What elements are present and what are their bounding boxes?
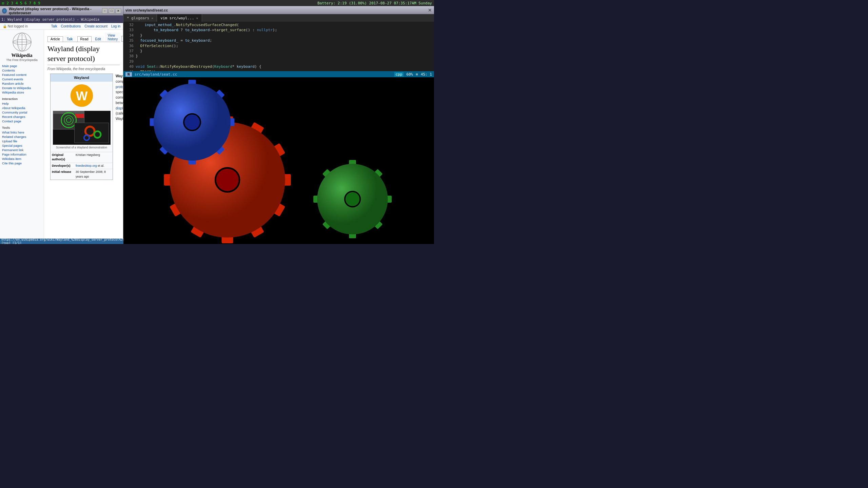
wiki-nav-page-info[interactable]: Page information xyxy=(2,152,42,157)
wiki-logo: Wikipedia The Free Encyclopedia xyxy=(2,32,42,62)
wiki-nav-permanent[interactable]: Permanent link xyxy=(2,148,42,152)
vim-tab-glxgears-close[interactable]: ✕ xyxy=(151,16,153,20)
wiki-nav-cite[interactable]: Cite this page xyxy=(2,161,42,165)
vim-tab-seat-close[interactable]: ✕ xyxy=(196,16,198,20)
wiki-talk-link[interactable]: Talk xyxy=(51,24,57,28)
vim-line-36: 36 OfferSelection(); xyxy=(123,43,434,48)
wiki-nav-what-links[interactable]: What links here xyxy=(2,130,42,135)
wiki-infobox-original-author: Original author(s) Kristian Høgsberg xyxy=(51,152,113,163)
vim-line-32: 32 input_method_.NotifyFocusedSurfaceCha… xyxy=(123,22,434,27)
wiki-infobox-initial-release: Initial release 30 September 2008; 8 yea… xyxy=(51,169,113,180)
browser-window: Wayland (display server protocol) - Wiki… xyxy=(0,6,123,244)
vim-line-38: 38 } xyxy=(123,54,434,59)
wiki-article-area: Article Talk Read Edit View history 🔍 Wa… xyxy=(44,30,123,239)
svg-point-53 xyxy=(346,192,360,206)
wiki-nav-interaction: Help About Wikipedia Community portal Re… xyxy=(2,101,42,123)
vim-line-33: 33 to_keyboard ? to_keyboard->target_sur… xyxy=(123,27,434,33)
vim-statusline-right: cpp 60% ≡ 45: 1 xyxy=(394,72,432,77)
wiki-nav-related[interactable]: Related changes xyxy=(2,135,42,139)
wiki-user-status: 🔒 Not logged in xyxy=(3,24,28,28)
vim-line-37: 37 } xyxy=(123,48,434,54)
wiki-infobox-title: Wayland xyxy=(51,74,113,82)
wiki-nav-main: Main page Contents Featured content Curr… xyxy=(2,64,42,95)
browser-tab[interactable]: 1: Wayland (display server protocol) - W… xyxy=(1,18,99,21)
wiki-nav-wikidata[interactable]: Wikidata item xyxy=(2,157,42,161)
vim-line-40: 40 void Seat::NotifyKeyboardDestroyed(Ke… xyxy=(123,64,434,69)
wiki-nav-about[interactable]: About Wikipedia xyxy=(2,106,42,110)
wiki-nav-interaction-heading: Interaction xyxy=(2,97,42,101)
svg-point-11 xyxy=(94,131,100,138)
wiki-login-link[interactable]: Log in xyxy=(111,24,120,28)
wiki-sidebar: Wikipedia The Free Encyclopedia Main pag… xyxy=(0,30,44,239)
vim-code-lines: 32 input_method_.NotifyFocusedSurfaceCha… xyxy=(123,22,434,71)
wiki-body: Wikipedia The Free Encyclopedia Main pag… xyxy=(0,30,123,239)
wiki-article-text: Wayland is a computer protocol that spec… xyxy=(116,74,123,180)
vim-mode-indicator: N xyxy=(125,72,132,77)
svg-point-10 xyxy=(85,127,94,136)
wiki-infobox-screenshot xyxy=(53,111,111,145)
wiki-globe-icon xyxy=(12,32,32,52)
wiki-contributions-link[interactable]: Contributions xyxy=(61,24,81,28)
vim-title: vim src/wayland/seat.cc xyxy=(125,8,168,12)
wiki-nav-community[interactable]: Community portal xyxy=(2,110,42,115)
vim-tab-seat[interactable]: vim src/wayl... ✕ xyxy=(157,14,202,22)
wiki-create-account-link[interactable]: Create account xyxy=(84,24,107,28)
browser-icon xyxy=(2,8,7,14)
wiki-nav-special[interactable]: Special pages xyxy=(2,143,42,148)
wiki-nav-contents[interactable]: Contents xyxy=(2,68,42,73)
wiki-tab-view-history[interactable]: View history xyxy=(105,33,121,42)
svg-point-8 xyxy=(64,116,73,125)
minimize-button[interactable]: − xyxy=(102,8,107,14)
browser-content: 🔒 Not logged in Talk Contributions Creat… xyxy=(0,23,123,239)
wiki-nav-help[interactable]: Help xyxy=(2,101,42,106)
taskbar-workspaces[interactable]: ⊡ 2 3 4 5 6 7 8 9 xyxy=(2,1,40,5)
svg-point-12 xyxy=(84,135,89,140)
vim-line-39: 39 xyxy=(123,59,434,64)
wiki-nav-upload[interactable]: Upload file xyxy=(2,139,42,143)
wiki-logo-subtitle: The Free Encyclopedia xyxy=(2,58,42,62)
vim-close-button[interactable]: ✕ xyxy=(428,7,432,13)
wiki-nav-main-page[interactable]: Main page xyxy=(2,64,42,68)
wiki-nav-contact[interactable]: Contact page xyxy=(2,119,42,123)
maximize-button[interactable]: □ xyxy=(109,8,114,14)
taskbar-right: Battery: 2:19 (31.00%) 2017-08-27 07:35:… xyxy=(317,1,432,5)
wiki-tab-talk[interactable]: Talk xyxy=(64,36,76,42)
vim-statusline-left: N src/wayland/seat.cc xyxy=(125,72,177,77)
wiki-infobox-caption: Screenshot of a Wayland demonstration xyxy=(52,145,111,150)
vim-line-34: 34 } xyxy=(123,33,434,38)
wiki-article-tabs: Article Talk Read Edit View history 🔍 xyxy=(47,33,120,42)
wiki-topbar: 🔒 Not logged in Talk Contributions Creat… xyxy=(0,23,123,30)
vim-filename: src/wayland/seat.cc xyxy=(135,72,177,77)
wiki-tab-read[interactable]: Read xyxy=(77,36,92,42)
svg-point-41 xyxy=(184,115,200,130)
wiki-nav-random[interactable]: Random article xyxy=(2,81,42,86)
browser-url-status: https://en.wikipedia.org/wiki/Wayland_%2… xyxy=(1,238,124,244)
wiki-nav-store[interactable]: Wikipedia store xyxy=(2,90,42,95)
vim-tab-glxgears[interactable]: * glxgears ✕ xyxy=(123,14,157,22)
wiki-nav-donate[interactable]: Donate to Wikipedia xyxy=(2,86,42,90)
taskbar: ⊡ 2 3 4 5 6 7 8 9 Battery: 2:19 (31.00%)… xyxy=(0,0,434,6)
wiki-search-input[interactable] xyxy=(121,36,123,42)
wiki-nav-recent[interactable]: Recent changes xyxy=(2,115,42,119)
wiki-protocol-link[interactable]: protocol xyxy=(116,85,123,89)
wiki-from-line: From Wikipedia, the free encyclopedia xyxy=(47,67,120,71)
glxgears-window xyxy=(123,77,434,244)
close-button[interactable]: ✕ xyxy=(116,8,121,14)
wiki-nav-current-events[interactable]: Current events xyxy=(2,77,42,81)
wiki-nav-tools: What links here Related changes Upload f… xyxy=(2,130,42,165)
svg-point-9 xyxy=(66,118,71,122)
wiki-tab-article[interactable]: Article xyxy=(47,36,63,42)
vim-code-area: 32 input_method_.NotifyFocusedSurfaceCha… xyxy=(123,22,434,71)
main-layout: Wayland (display server protocol) - Wiki… xyxy=(0,6,434,244)
wiki-topbar-links: Talk Contributions Create account Log in xyxy=(48,24,120,28)
vim-tab-seat-label: vim src/wayl... xyxy=(160,16,194,20)
wiki-display-server-link[interactable]: display server xyxy=(116,106,123,110)
screenshot-content xyxy=(53,111,111,145)
browser-titlebar: Wayland (display server protocol) - Wiki… xyxy=(0,6,123,16)
wiki-infobox: Wayland W xyxy=(50,74,113,180)
wiki-freedesktop-link[interactable]: freedesktop.org xyxy=(76,164,97,167)
wiki-tab-edit[interactable]: Edit xyxy=(92,36,104,42)
vim-tab-glxgears-label: * glxgears xyxy=(127,16,149,20)
vim-window: vim src/wayland/seat.cc ✕ * glxgears ✕ v… xyxy=(123,6,434,77)
wiki-nav-featured[interactable]: Featured content xyxy=(2,73,42,77)
